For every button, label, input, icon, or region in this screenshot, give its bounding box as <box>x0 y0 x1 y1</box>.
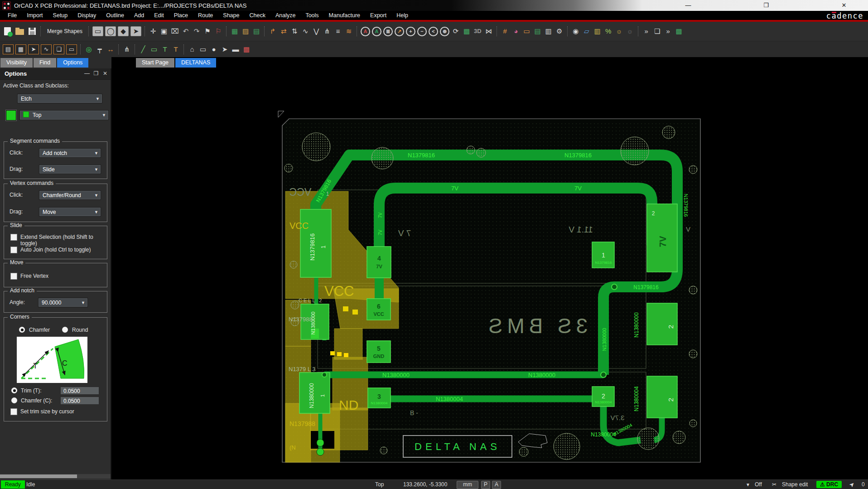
clipboard-icon[interactable]: ❏ <box>652 25 663 37</box>
menu-export[interactable]: Export <box>365 11 391 20</box>
panel-minimize-icon[interactable]: — <box>83 70 91 77</box>
tab-options[interactable]: Options <box>57 58 88 68</box>
board-view-icon[interactable]: ▩ <box>461 25 472 37</box>
overflow-left-icon[interactable]: » <box>641 25 652 37</box>
menu-file[interactable]: File <box>3 11 22 20</box>
chamfer-input[interactable]: 0.0500 <box>60 397 99 405</box>
segment-drag-dropdown[interactable]: Slide▼ <box>39 165 101 174</box>
select-tool-icon[interactable]: ➤ <box>28 44 39 54</box>
doc-tab-start-page[interactable]: Start Page <box>136 58 174 68</box>
pad-right-n1380000[interactable] <box>647 303 677 345</box>
class-dropdown[interactable]: Etch▼ <box>17 94 102 103</box>
menu-outline[interactable]: Outline <box>101 11 129 20</box>
minimize-button[interactable]: — <box>678 0 699 11</box>
shadow-mode-icon[interactable]: ◉ <box>570 25 581 37</box>
layer-groups-icon[interactable]: ▤ <box>532 25 543 37</box>
route-swap-icon[interactable]: ⇅ <box>289 25 300 37</box>
route-bubble-icon[interactable]: ≋ <box>343 25 354 37</box>
route-spread-icon[interactable]: ≡ <box>333 25 343 37</box>
panel-close-icon[interactable]: ✕ <box>101 70 109 77</box>
select-arrow-icon[interactable]: ➤ <box>219 44 230 55</box>
menu-tools[interactable]: Tools <box>300 11 323 20</box>
menu-check[interactable]: Check <box>244 11 270 20</box>
route-fanout-icon[interactable]: ⇄ <box>278 25 289 37</box>
unfix-icon[interactable]: ⚐ <box>213 25 224 37</box>
auto-join-checkbox[interactable] <box>10 247 17 253</box>
menu-route[interactable]: Route <box>193 11 218 20</box>
extend-selection-checkbox[interactable] <box>10 234 17 241</box>
menu-import[interactable]: Import <box>22 11 48 20</box>
dehighlight-icon[interactable]: ☼ <box>625 25 636 37</box>
segment-click-dropdown[interactable]: Add notch▼ <box>39 148 101 158</box>
place-bar-icon[interactable]: ▬ <box>230 44 241 55</box>
place-rect-icon[interactable]: ▭ <box>198 44 208 55</box>
overflow-right-icon[interactable]: » <box>663 25 674 37</box>
zoom-out-icon[interactable]: − <box>417 27 427 36</box>
copy-icon[interactable]: ▣ <box>159 25 169 37</box>
menu-setup[interactable]: Setup <box>48 11 73 20</box>
menu-shape[interactable]: Shape <box>218 11 244 20</box>
swap-doc-icon[interactable]: ▩ <box>674 25 685 37</box>
copy-settings-icon[interactable]: ❏ <box>53 44 64 54</box>
add-connect-icon[interactable]: ↱ <box>267 25 278 37</box>
flip-design-icon[interactable]: ⋈ <box>483 25 494 37</box>
shape-rectangular-icon[interactable]: ▭ <box>92 26 103 36</box>
scissors-icon[interactable]: ✂ <box>772 480 776 489</box>
filter-state[interactable]: Off <box>755 480 762 489</box>
route-slope-icon[interactable]: ⋁ <box>311 25 322 37</box>
properties-doc-icon[interactable]: ▱ <box>581 25 592 37</box>
annotate-green-icon[interactable]: A <box>372 27 381 36</box>
dimension-icon[interactable]: ┯ <box>94 44 105 55</box>
shape-select-icon[interactable]: ➤ <box>130 26 141 36</box>
vertex-click-dropdown[interactable]: Chamfer/Round▼ <box>39 190 101 200</box>
new-drawing-icon[interactable] <box>4 27 11 35</box>
delay-tune-icon[interactable]: ∿ <box>300 25 311 37</box>
shape-polygon-icon[interactable]: ◆ <box>118 26 129 36</box>
units-button[interactable]: mm <box>457 481 478 489</box>
tab-find[interactable]: Find <box>34 58 56 68</box>
fix-icon[interactable]: ⚑ <box>202 25 213 37</box>
menu-help[interactable]: Help <box>391 11 413 20</box>
zoom-in-icon[interactable]: + <box>406 27 415 36</box>
close-button[interactable]: ✕ <box>834 0 854 11</box>
shape-edit-mode[interactable]: Shape edit <box>782 480 808 489</box>
zoom-fit-icon[interactable]: ⊕ <box>440 27 449 36</box>
save-drawing-icon[interactable] <box>29 28 36 35</box>
parameters-icon[interactable]: ⚙ <box>554 25 565 37</box>
free-vertex-checkbox[interactable] <box>10 273 17 280</box>
menu-place[interactable]: Place <box>169 11 193 20</box>
menu-display[interactable]: Display <box>72 11 101 20</box>
add-rect-icon[interactable]: ▭ <box>149 44 159 55</box>
label-tune-icon[interactable]: ▤ <box>3 44 14 54</box>
place-flag-icon[interactable]: ▩ <box>241 44 252 55</box>
trim-radio[interactable] <box>11 387 17 393</box>
vertex-drag-dropdown[interactable]: Move▼ <box>39 207 101 217</box>
view-pan-icon[interactable]: ↗ <box>395 27 404 36</box>
signal-probe-icon[interactable]: ∿ <box>41 44 52 54</box>
pad-4-7v[interactable] <box>367 247 391 278</box>
design-canvas[interactable]: N1379816N1379816N1379816N13798167V7V7V7V… <box>111 68 868 479</box>
grid-toggle-icon[interactable]: # <box>500 25 511 37</box>
ic-edit-icon[interactable]: ▦ <box>15 44 26 54</box>
annotate-red-icon[interactable]: A <box>361 27 370 36</box>
add-text-icon[interactable]: T <box>159 44 170 55</box>
view-3d-icon[interactable]: 3D <box>472 25 483 37</box>
measure-zoom-icon[interactable]: ◎ <box>83 44 94 55</box>
redo-icon[interactable]: ↷ <box>191 25 202 37</box>
p-button[interactable]: P <box>481 481 490 489</box>
angle-dropdown[interactable]: 90.0000▼ <box>38 298 88 307</box>
panel-scrollbar[interactable] <box>0 474 111 479</box>
move-icon[interactable]: ✛ <box>148 25 159 37</box>
undo-icon[interactable]: ↶ <box>180 25 191 37</box>
round-radio[interactable] <box>62 327 68 333</box>
doc-tab-deltanas[interactable]: DELTANAS <box>175 58 216 68</box>
drc-badge[interactable]: ⚠ DRC <box>816 481 842 488</box>
delete-icon[interactable]: ⌧ <box>169 25 180 37</box>
open-drawing-icon[interactable] <box>15 29 24 35</box>
frame-select-icon[interactable]: ▭ <box>521 25 532 37</box>
chamfer-radio[interactable] <box>19 327 25 333</box>
place-circle-icon[interactable]: ● <box>208 44 219 55</box>
view-options-icon[interactable]: ≣ <box>383 27 393 36</box>
panel-float-icon[interactable]: ❐ <box>92 70 100 77</box>
net-schedule-icon[interactable]: ⋔ <box>121 44 132 55</box>
